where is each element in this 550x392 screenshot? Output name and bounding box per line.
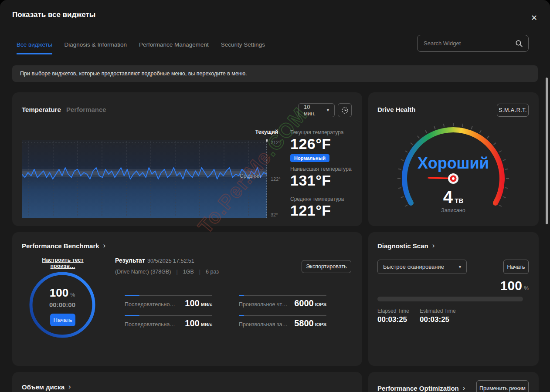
export-button[interactable]: Экспортировать [302,260,351,273]
search-box [417,35,529,52]
result-random-read: Произвольное чт… 6000IOPS [239,295,326,308]
diagnostic-percent-sign: % [524,285,529,291]
axis-tick-bottom: 32° [271,212,278,217]
test-size: 1GB [183,269,194,275]
drive-name-size: (Drive Name:) (378GB) [115,269,171,275]
result-value: 100 [185,318,199,328]
progress-fill [125,295,139,296]
avg-line-label: Средняя [240,173,261,179]
result-label: Результат [115,257,145,264]
test-count: 6 раз [206,269,219,275]
benchmark-title: Performance Benchmark [22,242,99,250]
diagnostic-title-link[interactable]: Diagnostic Scan › [377,241,435,250]
result-label-text: Последовательное … [125,301,176,308]
disk-volume-widget: Объем диска › [12,372,362,392]
benchmark-elapsed-time: 00:00:00 [36,301,88,308]
health-status-text: Хороший [401,154,506,172]
search-input[interactable] [423,40,515,47]
current-marker-label: Текущий [245,129,289,135]
result-seq-write: Последовательна… 100МВ/с [125,315,212,328]
search-icon[interactable] [515,40,523,47]
diagnostic-title: Diagnostic Scan [377,242,428,250]
written-value: 4 [443,187,453,206]
current-line-marker [266,139,268,142]
current-temp-value: 126°F [290,135,331,152]
current-temp-label: Текущая температура [290,129,343,135]
scan-type-select[interactable]: Быстрое сканирование ▼ [377,260,467,274]
page-title: Показать все виджеты [12,10,95,19]
result-drive-info: (Drive Name:) (378GB) | 1GB | 6 раз [115,269,219,275]
axis-tick-mid: 122° [271,176,281,182]
average-temp-value: 121°F [290,202,331,219]
tab-performance-management[interactable]: Performance Management [139,41,209,54]
smart-button[interactable]: S.M.A.R.T. [497,104,529,117]
progress-fill [239,295,244,296]
interval-select[interactable]: 10 мин. ▼ [298,103,335,117]
estimated-time-label: Estimated Time [420,308,456,314]
diagnostic-scan-widget: Diagnostic Scan › Быстрое сканирование ▼… [368,232,539,366]
progress-track [239,295,326,296]
performance-optimization-widget: Performance Optimization › Применить реж… [368,372,539,392]
separator: | [177,269,178,275]
tab-security-settings[interactable]: Security Settings [221,41,265,54]
caret-down-icon: ▼ [458,265,462,269]
interval-select-value: 10 мин. [304,104,323,117]
tab-bar: Все виджеты Diagnosis & Information Perf… [17,41,265,54]
vertical-scrollbar-thumb[interactable] [546,78,548,224]
benchmark-percent-value: 100 [50,286,68,299]
chevron-right-icon: › [463,384,465,392]
result-unit: МВ/с [201,322,212,327]
separator: | [199,269,200,275]
drive-health-widget: Drive Health S.M.A.R.T. [368,92,539,226]
written-unit: ТВ [455,197,463,204]
progress-fill [125,315,139,316]
temperature-chart: Средняя [22,139,272,220]
tab-all-widgets[interactable]: Все виджеты [17,41,52,54]
temp-status-badge-wrap: Нормальный [290,154,329,162]
history-button[interactable] [338,103,352,117]
result-value: 5800 [294,318,314,328]
tab-diagnosis-information[interactable]: Diagnosis & Information [65,41,127,54]
benchmark-percent: 100 % [36,286,88,300]
performance-optimization-title-link[interactable]: Performance Optimization › [377,384,465,392]
disk-volume-title: Объем диска [22,383,65,391]
benchmark-start-button[interactable]: Начать [50,314,75,326]
progress-track [125,315,212,316]
elapsed-time-label: Elapsed Time [377,308,409,314]
result-value: 6000 [294,298,314,308]
caret-down-icon: ▼ [326,108,330,112]
diagnostic-percent-value: 100 [500,278,522,293]
configure-benchmark-link[interactable]: Настроить тест произв… [30,257,95,269]
result-label-text: Произвольная за… [239,321,288,328]
temperature-title: Temperature [22,106,61,113]
axis-tick-top: 212° [271,140,281,145]
written-total: 4 ТВ [401,187,506,207]
performance-optimization-title: Performance Optimization [377,385,459,392]
result-value: 100 [185,298,199,308]
benchmark-title-link[interactable]: Performance Benchmark › [22,241,105,250]
performance-benchmark-widget: Performance Benchmark › Настроить тест п… [12,232,362,366]
progress-fill [239,315,244,316]
drive-health-title: Drive Health [377,106,416,113]
result-unit: IOPS [315,302,326,307]
result-label-text: Последовательна… [125,321,175,328]
highest-temp-value: 131°F [290,172,331,189]
result-label-text: Произвольное чт… [239,301,288,308]
temperature-widget: Temperature Performance 10 мин. ▼ [12,92,362,226]
diagnostic-percent: 100 % [441,278,529,293]
scan-type-value: Быстрое сканирование [383,264,444,270]
apply-mode-button[interactable]: Применить режим [476,380,529,392]
status-badge: Нормальный [290,154,329,162]
result-date: 30/5/2025 17:52:51 [147,258,194,264]
gauge-pin-center [452,177,455,180]
highest-temp-label: Наивысшая температура [290,166,352,172]
result-seq-read: Последовательное … 100МВ/с [125,295,212,308]
progress-track [239,315,326,316]
close-icon[interactable]: ✕ [529,11,539,24]
result-unit: МВ/с [201,302,212,307]
average-temp-label: Средняя температура [290,196,344,202]
diagnostic-start-button[interactable]: Начать [503,260,529,274]
temperature-subtitle: Performance [66,106,106,113]
info-banner: При выборе виджетов, которые предоставля… [12,65,538,82]
disk-volume-title-link[interactable]: Объем диска › [22,382,71,391]
